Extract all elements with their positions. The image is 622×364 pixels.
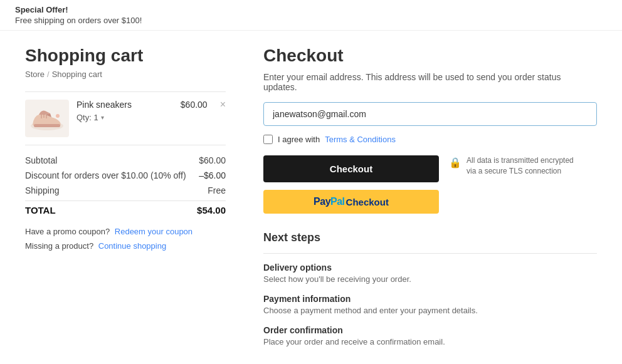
left-panel: Shopping cart Store / Shopping cart	[25, 46, 226, 356]
cart-totals: Subtotal $60.00 Discount for orders over…	[25, 155, 226, 216]
special-offer-subtitle: Free shipping on orders over $100!	[15, 16, 607, 25]
step-delivery-desc: Select how you'll be receiving your orde…	[263, 274, 597, 284]
subtotal-label: Subtotal	[25, 155, 57, 165]
right-panel: Checkout Enter your email address. This …	[263, 46, 597, 356]
remove-item-button[interactable]: ×	[220, 100, 226, 110]
step-payment: Payment information Choose a payment met…	[263, 294, 597, 315]
step-delivery-title: Delivery options	[263, 263, 597, 273]
terms-link[interactable]: Terms & Conditions	[325, 135, 396, 144]
redeem-coupon-link[interactable]: Redeem your coupon	[115, 227, 192, 236]
step-confirmation-desc: Place your order and receive a confirmat…	[263, 337, 597, 346]
email-input[interactable]	[263, 102, 597, 126]
sneaker-illustration	[28, 102, 66, 135]
step-payment-title: Payment information	[263, 294, 597, 304]
paypal-blue-text: Pay	[314, 196, 330, 207]
breadcrumb-store-link[interactable]: Store	[25, 70, 45, 79]
continue-shopping-link[interactable]: Continue shopping	[98, 241, 166, 251]
checkout-subtitle: Enter your email address. This address w…	[263, 72, 597, 92]
promo-coupon-line: Have a promo coupon? Redeem your coupon	[25, 227, 226, 236]
chevron-down-icon: ▾	[101, 114, 104, 121]
step-confirmation: Order confirmation Place your order and …	[263, 325, 597, 346]
discount-label: Discount for orders over $10.00 (10% off…	[25, 170, 186, 180]
svg-point-2	[56, 114, 60, 118]
paypal-checkout-button[interactable]: PayPal Checkout	[263, 190, 439, 214]
qty-label: Qty: 1	[76, 113, 98, 122]
missing-product-line: Missing a product? Continue shopping	[25, 241, 226, 251]
terms-row: I agree with Terms & Conditions	[263, 135, 597, 144]
checkout-button[interactable]: Checkout	[263, 155, 439, 182]
breadcrumb-current: Shopping cart	[52, 70, 102, 79]
paypal-lightblue-text: Pal	[330, 196, 345, 207]
lock-icon: 🔒	[449, 156, 461, 170]
checkout-actions-row: Checkout PayPal Checkout 🔒 All data is t…	[263, 155, 597, 214]
next-steps-title: Next steps	[263, 231, 597, 244]
terms-checkbox[interactable]	[263, 135, 273, 144]
total-label: TOTAL	[25, 205, 56, 216]
special-offer-title: Special Offer!	[15, 5, 607, 14]
secure-info: 🔒 All data is transmitted encrypted via …	[449, 155, 574, 177]
cart-item-price: $60.00	[181, 100, 208, 110]
discount-value: –$6.00	[199, 170, 226, 180]
cart-item-image	[25, 100, 69, 137]
subtotal-row: Subtotal $60.00	[25, 155, 226, 165]
missing-prefix: Missing a product?	[25, 241, 93, 251]
breadcrumb: Store / Shopping cart	[25, 70, 226, 79]
shipping-value: Free	[208, 185, 226, 195]
special-offer-bar: Special Offer! Free shipping on orders o…	[0, 0, 622, 31]
subtotal-value: $60.00	[199, 155, 226, 165]
shipping-label: Shipping	[25, 185, 60, 195]
total-row: TOTAL $54.00	[25, 200, 226, 216]
qty-selector[interactable]: Qty: 1 ▾	[76, 113, 104, 122]
checkout-title: Checkout	[263, 46, 597, 66]
total-value: $54.00	[197, 205, 226, 216]
step-delivery: Delivery options Select how you'll be re…	[263, 263, 597, 284]
shipping-row: Shipping Free	[25, 185, 226, 195]
step-confirmation-title: Order confirmation	[263, 325, 597, 335]
cart-item-info: Pink sneakers Qty: 1 ▾	[76, 100, 173, 122]
page-title: Shopping cart	[25, 46, 226, 66]
svg-rect-1	[34, 124, 60, 127]
paypal-logo: PayPal	[314, 196, 344, 207]
promo-prefix: Have a promo coupon?	[25, 227, 110, 236]
secure-text: All data is transmitted encrypted via a …	[467, 155, 574, 177]
step-payment-desc: Choose a payment method and enter your p…	[263, 306, 597, 315]
paypal-checkout-label: Checkout	[346, 197, 389, 207]
cart-item: Pink sneakers Qty: 1 ▾ $60.00 ×	[25, 91, 226, 145]
cart-item-name: Pink sneakers	[76, 100, 173, 110]
discount-row: Discount for orders over $10.00 (10% off…	[25, 170, 226, 180]
next-steps-section: Next steps Delivery options Select how y…	[263, 231, 597, 346]
breadcrumb-separator: /	[47, 70, 50, 79]
checkout-left-actions: Checkout PayPal Checkout	[263, 155, 439, 214]
divider	[263, 253, 597, 254]
terms-prefix: I agree with	[278, 135, 320, 144]
